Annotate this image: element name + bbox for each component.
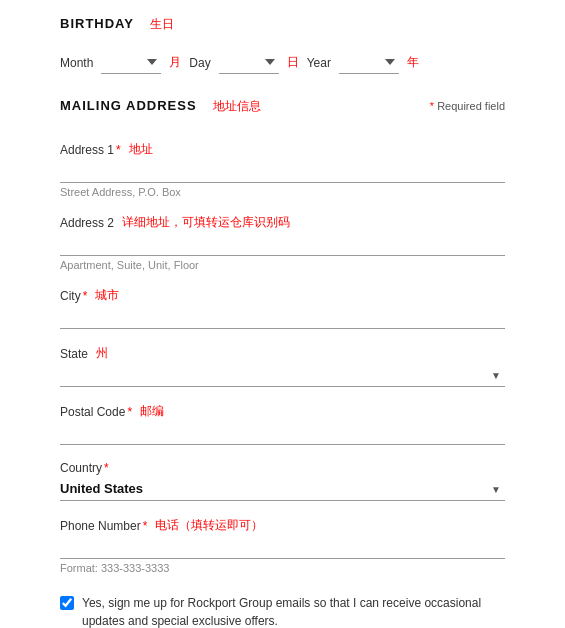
day-select[interactable]: [219, 51, 279, 74]
address1-star: *: [116, 143, 121, 157]
phone-hint: Format: 333-333-3333: [60, 562, 505, 574]
day-label: Day: [189, 56, 210, 70]
country-select-wrap: United States Canada United Kingdom ▼: [60, 477, 505, 501]
city-label-row: City * 城市: [60, 287, 505, 304]
signup-text: Yes, sign me up for Rockport Group email…: [82, 594, 505, 628]
birthday-row: Month 月 Day 日 Year 年: [60, 51, 505, 74]
state-select[interactable]: Alabama Alaska Arizona California Colora…: [60, 364, 505, 386]
address-header: MAILING ADDRESS 地址信息 * Required field: [60, 98, 505, 123]
postal-input[interactable]: [60, 422, 505, 445]
postal-star: *: [127, 405, 132, 419]
signup-checkbox[interactable]: [60, 596, 74, 610]
signup-area: Yes, sign me up for Rockport Group email…: [60, 594, 505, 628]
address2-field: Address 2 详细地址，可填转运仓库识别码 Apartment, Suit…: [60, 214, 505, 271]
address1-field: Address 1 * 地址 Street Address, P.O. Box: [60, 141, 505, 198]
year-label: Year: [307, 56, 331, 70]
country-star: *: [104, 461, 109, 475]
country-select[interactable]: United States Canada United Kingdom: [60, 477, 505, 500]
required-note: * Required field: [430, 100, 505, 112]
birthday-section: BIRTHDAY 生日 Month 月 Day 日 Year 年: [60, 16, 505, 74]
mailing-section: MAILING ADDRESS 地址信息 * Required field Ad…: [60, 98, 505, 574]
year-annotation: 年: [407, 54, 419, 71]
postal-field: Postal Code * 邮编: [60, 403, 505, 445]
phone-label: Phone Number: [60, 519, 141, 533]
address2-hint: Apartment, Suite, Unit, Floor: [60, 259, 505, 271]
address1-input[interactable]: [60, 160, 505, 183]
address2-annotation: 详细地址，可填转运仓库识别码: [122, 214, 290, 231]
address2-label-row: Address 2 详细地址，可填转运仓库识别码: [60, 214, 505, 231]
phone-field: Phone Number * 电话（填转运即可） Format: 333-333…: [60, 517, 505, 574]
state-annotation: 州: [96, 345, 108, 362]
postal-label: Postal Code: [60, 405, 125, 419]
address2-input[interactable]: [60, 233, 505, 256]
address1-label: Address 1: [60, 143, 114, 157]
country-label-row: Country *: [60, 461, 505, 475]
phone-star: *: [143, 519, 148, 533]
mailing-title: MAILING ADDRESS: [60, 98, 197, 113]
month-select[interactable]: [101, 51, 161, 74]
birthday-annotation: 生日: [150, 16, 174, 33]
country-field: Country * United States Canada United Ki…: [60, 461, 505, 501]
address1-hint: Street Address, P.O. Box: [60, 186, 505, 198]
address2-label: Address 2: [60, 216, 114, 230]
postal-label-row: Postal Code * 邮编: [60, 403, 505, 420]
month-annotation: 月: [169, 54, 181, 71]
phone-input[interactable]: [60, 536, 505, 559]
state-select-wrap: Alabama Alaska Arizona California Colora…: [60, 364, 505, 387]
required-text: Required field: [437, 100, 505, 112]
day-annotation: 日: [287, 54, 299, 71]
city-star: *: [83, 289, 88, 303]
city-label: City: [60, 289, 81, 303]
country-label: Country: [60, 461, 102, 475]
city-field: City * 城市: [60, 287, 505, 329]
state-label: State: [60, 347, 88, 361]
year-select[interactable]: [339, 51, 399, 74]
state-label-row: State 州: [60, 345, 505, 362]
phone-label-row: Phone Number * 电话（填转运即可）: [60, 517, 505, 534]
required-star: *: [430, 100, 434, 112]
birthday-title: BIRTHDAY: [60, 16, 134, 31]
state-field: State 州 Alabama Alaska Arizona Californi…: [60, 345, 505, 387]
city-annotation: 城市: [95, 287, 119, 304]
address1-annotation: 地址: [129, 141, 153, 158]
mailing-annotation: 地址信息: [213, 98, 261, 115]
city-input[interactable]: [60, 306, 505, 329]
address-title-group: MAILING ADDRESS 地址信息: [60, 98, 261, 123]
postal-annotation: 邮编: [140, 403, 164, 420]
signup-checkbox-row: Yes, sign me up for Rockport Group email…: [60, 594, 505, 628]
address1-label-row: Address 1 * 地址: [60, 141, 505, 158]
month-label: Month: [60, 56, 93, 70]
phone-annotation: 电话（填转运即可）: [155, 517, 263, 534]
